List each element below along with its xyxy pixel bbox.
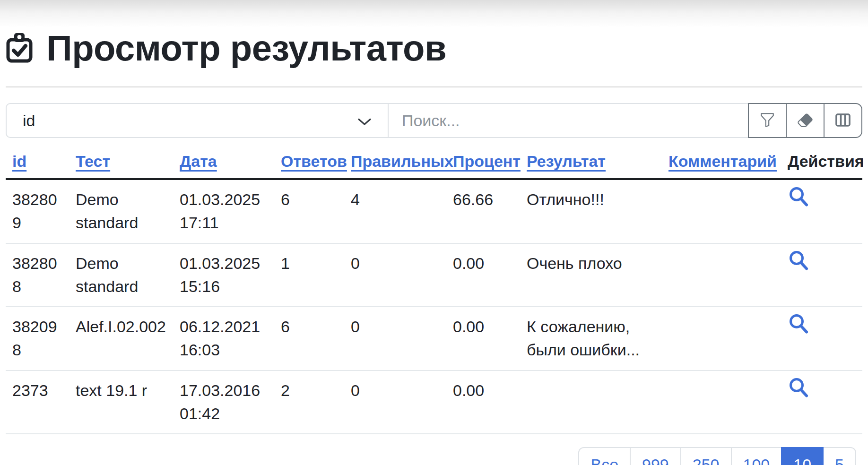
page-size-option-Все[interactable]: Все bbox=[578, 447, 631, 465]
filter-field-select[interactable]: id bbox=[6, 103, 389, 138]
table-body: 382809Demo standard01.03.2025 17:116466.… bbox=[6, 179, 862, 434]
cell-answers: 6 bbox=[274, 307, 344, 370]
cell-correct: 0 bbox=[344, 370, 446, 434]
page-size-option-999[interactable]: 999 bbox=[630, 447, 681, 465]
sort-link-correct[interactable]: Правильных bbox=[351, 152, 453, 170]
eraser-icon bbox=[797, 112, 813, 129]
sort-link-percent[interactable]: Процент bbox=[453, 152, 521, 170]
sort-link-id[interactable]: id bbox=[12, 152, 26, 170]
view-result-button[interactable] bbox=[788, 186, 810, 215]
filter-field-value: id bbox=[23, 112, 35, 130]
column-header-test: Тест bbox=[69, 150, 173, 179]
cell-answers: 2 bbox=[274, 370, 344, 434]
cell-correct: 0 bbox=[344, 307, 446, 370]
sort-link-test[interactable]: Тест bbox=[76, 152, 110, 170]
cell-comment bbox=[662, 179, 781, 243]
sort-link-answers[interactable]: Ответов bbox=[281, 152, 347, 170]
cell-percent: 0.00 bbox=[446, 370, 520, 434]
cell-answers: 6 bbox=[274, 179, 344, 243]
cell-percent: 66.66 bbox=[446, 179, 520, 243]
search-input[interactable] bbox=[389, 103, 748, 138]
cell-id: 382098 bbox=[6, 307, 69, 370]
cell-test: Demo standard bbox=[69, 243, 173, 307]
cell-date: 06.12.2021 16:03 bbox=[173, 307, 274, 370]
pagination: Все999250100105 bbox=[6, 447, 856, 465]
cell-comment bbox=[662, 307, 781, 370]
page-size-option-10[interactable]: 10 bbox=[781, 447, 824, 465]
cell-result: Очень плохо bbox=[520, 243, 662, 307]
cell-date: 17.03.2016 01:42 bbox=[173, 370, 274, 434]
page-size-option-250[interactable]: 250 bbox=[680, 447, 732, 465]
divider bbox=[6, 86, 862, 87]
column-header-percent: Процент bbox=[446, 150, 520, 179]
filter-bar: id bbox=[6, 103, 862, 138]
cell-date: 01.03.2025 17:11 bbox=[173, 179, 274, 243]
page-size-option-100[interactable]: 100 bbox=[731, 447, 782, 465]
cell-result bbox=[520, 370, 662, 434]
search-icon bbox=[788, 321, 810, 339]
table-row: 382098Alef.I.02.00206.12.2021 16:03600.0… bbox=[6, 307, 862, 370]
cell-percent: 0.00 bbox=[446, 243, 520, 307]
column-header-comment: Комментарий bbox=[662, 150, 781, 179]
cell-comment bbox=[662, 370, 781, 434]
cell-id: 382808 bbox=[6, 243, 69, 307]
columns-button[interactable] bbox=[824, 103, 862, 138]
page-header: Просмотр результатов bbox=[6, 0, 862, 68]
cell-result: Отлично!!! bbox=[520, 179, 662, 243]
cell-actions bbox=[781, 370, 862, 434]
chevron-down-icon bbox=[357, 112, 372, 130]
view-result-button[interactable] bbox=[788, 313, 810, 342]
search-icon bbox=[788, 194, 810, 212]
cell-correct: 0 bbox=[344, 243, 446, 307]
cell-id: 382809 bbox=[6, 179, 69, 243]
page-title: Просмотр результатов bbox=[46, 27, 446, 69]
results-table: idТестДатаОтветовПравильныхПроцентРезуль… bbox=[6, 150, 862, 434]
cell-actions bbox=[781, 243, 862, 307]
cell-actions bbox=[781, 307, 862, 370]
cell-actions bbox=[781, 179, 862, 243]
column-header-date: Дата bbox=[173, 150, 274, 179]
search-icon bbox=[788, 258, 810, 276]
column-header-answers: Ответов bbox=[274, 150, 344, 179]
cell-test: Alef.I.02.002 bbox=[69, 307, 173, 370]
cell-test: Demo standard bbox=[69, 179, 173, 243]
table-head: idТестДатаОтветовПравильныхПроцентРезуль… bbox=[6, 150, 862, 179]
table-row: 382808Demo standard01.03.2025 15:16100.0… bbox=[6, 243, 862, 307]
view-result-button[interactable] bbox=[788, 250, 810, 278]
column-header-id: id bbox=[6, 150, 69, 179]
column-header-correct: Правильных bbox=[344, 150, 446, 179]
results-page: Просмотр результатов id bbox=[0, 0, 868, 465]
clear-button[interactable] bbox=[786, 103, 825, 138]
sort-link-comment[interactable]: Комментарий bbox=[668, 152, 777, 170]
table-row: 382809Demo standard01.03.2025 17:116466.… bbox=[6, 179, 862, 243]
page-size-option-5[interactable]: 5 bbox=[823, 447, 856, 465]
table-row: 2373text 19.1 r17.03.2016 01:42200.00 bbox=[6, 370, 862, 434]
column-header-actions: Действия bbox=[781, 150, 862, 179]
filter-button[interactable] bbox=[748, 103, 787, 138]
table-columns-icon bbox=[835, 112, 851, 129]
clipboard-check-icon bbox=[6, 32, 33, 63]
cell-date: 01.03.2025 15:16 bbox=[173, 243, 274, 307]
cell-answers: 1 bbox=[274, 243, 344, 307]
cell-correct: 4 bbox=[344, 179, 446, 243]
cell-comment bbox=[662, 243, 781, 307]
cell-id: 2373 bbox=[6, 370, 69, 434]
cell-result: К сожалению, были ошибки... bbox=[520, 307, 662, 370]
cell-test: text 19.1 r bbox=[69, 370, 173, 434]
view-result-button[interactable] bbox=[788, 377, 810, 405]
table-header-row: idТестДатаОтветовПравильныхПроцентРезуль… bbox=[6, 150, 862, 179]
search-icon bbox=[788, 385, 810, 403]
toolbar-buttons bbox=[748, 103, 862, 138]
funnel-icon bbox=[759, 112, 775, 129]
sort-link-result[interactable]: Результат bbox=[527, 152, 606, 170]
sort-link-date[interactable]: Дата bbox=[180, 152, 217, 170]
cell-percent: 0.00 bbox=[446, 307, 520, 370]
column-header-result: Результат bbox=[520, 150, 662, 179]
